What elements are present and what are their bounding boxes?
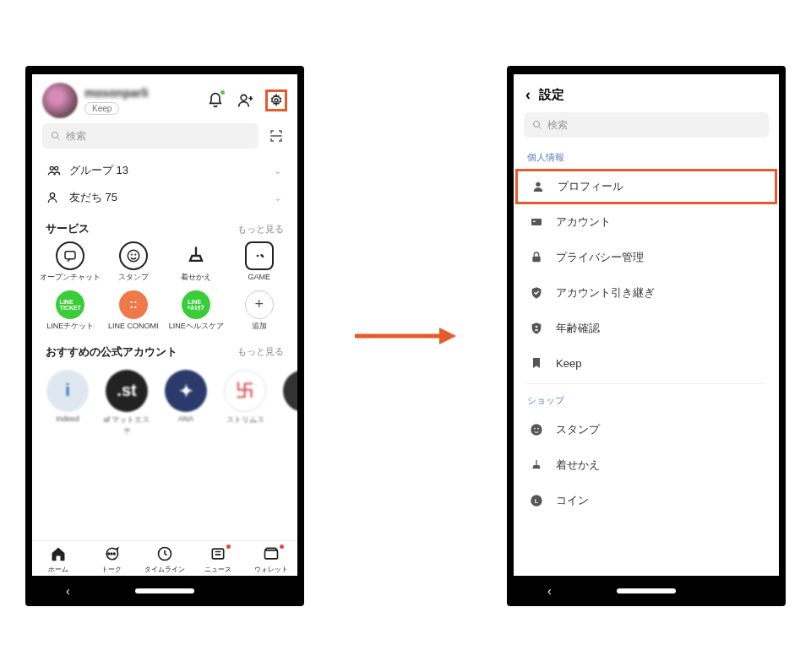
settings-item-keep[interactable]: Keep: [514, 346, 779, 380]
qr-scan-icon[interactable]: [265, 125, 287, 147]
service-label: LINE CONOMI: [108, 322, 159, 331]
service-label: スタンプ: [118, 274, 149, 282]
friends-label: 友だち 75: [69, 190, 117, 205]
chat-icon: [102, 545, 121, 563]
android-navbar: ‹: [514, 576, 779, 606]
service-theme[interactable]: 着せかえ: [165, 241, 228, 282]
tab-timeline[interactable]: タイムライン: [139, 545, 192, 574]
avatar[interactable]: [42, 83, 78, 118]
svg-point-11: [262, 256, 263, 257]
settings-item-profile[interactable]: プロフィール: [515, 169, 777, 204]
search-input[interactable]: 検索: [42, 123, 259, 149]
tab-news[interactable]: ニュース: [191, 545, 244, 574]
service-healthcare[interactable]: LINEﾍﾙｽｹｱ LINEヘルスケア: [165, 290, 228, 331]
settings-item-theme[interactable]: 着せかえ: [514, 447, 779, 483]
flow-arrow: [355, 323, 456, 349]
back-chevron-icon[interactable]: ‹: [525, 86, 531, 104]
conomi-icon: [119, 290, 148, 319]
android-navbar: ‹: [32, 576, 297, 606]
service-label: LINEチケット: [46, 322, 94, 331]
healthcare-icon: LINEﾍﾙｽｹｱ: [182, 290, 210, 319]
services-more-link[interactable]: もっと見る: [237, 223, 284, 236]
username: mosonparli: [84, 86, 198, 100]
group-icon: [47, 164, 61, 177]
person-icon: [531, 180, 546, 193]
account-item[interactable]: 卐ストリムス: [220, 370, 270, 436]
settings-item-age[interactable]: 年齢確認: [514, 311, 779, 346]
account-item[interactable]: iIndeed: [42, 370, 93, 436]
divider: [527, 383, 765, 384]
settings-item-label: プロフィール: [558, 179, 623, 194]
svg-point-14: [114, 553, 116, 555]
settings-search-placeholder: 検索: [547, 118, 568, 133]
nav-home-pill[interactable]: [135, 588, 194, 593]
add-friend-icon[interactable]: [235, 89, 257, 111]
tab-home[interactable]: ホーム: [32, 545, 85, 574]
openchat-icon: [56, 241, 84, 270]
section-personal-label: 個人情報: [514, 144, 779, 169]
search-row: 検索: [32, 123, 297, 157]
settings-item-label: アカウント引き継ぎ: [556, 285, 655, 301]
settings-gear-icon[interactable]: [265, 89, 287, 111]
shield-check-icon: [529, 286, 544, 300]
tab-wallet[interactable]: ウォレット: [244, 545, 297, 574]
brush-icon: [529, 458, 544, 472]
settings-search-input[interactable]: 検索: [524, 112, 769, 138]
settings-item-stamp[interactable]: スタンプ: [514, 412, 779, 447]
settings-title: 設定: [539, 87, 564, 103]
svg-point-20: [534, 122, 540, 127]
svg-text:L: L: [535, 497, 539, 505]
news-icon: [209, 545, 227, 563]
nav-back-icon[interactable]: ‹: [66, 584, 70, 598]
svg-rect-17: [264, 550, 277, 559]
account-item[interactable]: uu: [279, 370, 297, 436]
svg-rect-6: [65, 252, 75, 259]
service-label: GAME: [248, 274, 270, 282]
smile-icon: [119, 241, 148, 270]
settings-item-privacy[interactable]: プライバシー管理: [514, 240, 779, 275]
services-header: サービス もっと見る: [32, 211, 297, 241]
settings-item-account[interactable]: アカウント: [514, 204, 779, 240]
ticket-icon: LINETICKET: [56, 290, 84, 319]
service-label: オープンチャット: [40, 274, 101, 282]
plus-icon: +: [245, 290, 274, 319]
home-header: mosonparli Keep: [32, 74, 297, 123]
nav-home-pill[interactable]: [617, 588, 676, 593]
service-openchat[interactable]: オープンチャット: [39, 241, 102, 282]
svg-rect-24: [532, 257, 540, 263]
service-ticket[interactable]: LINETICKET LINEチケット: [39, 290, 102, 331]
nav-back-icon[interactable]: ‹: [547, 584, 552, 598]
chevron-down-icon: ⌄: [274, 165, 282, 176]
service-game[interactable]: GAME: [228, 241, 291, 282]
settings-item-label: Keep: [556, 357, 581, 370]
service-add[interactable]: + 追加: [228, 290, 291, 331]
accounts-more-link[interactable]: もっと見る: [237, 345, 284, 358]
phone-home: mosonparli Keep 検索: [25, 66, 304, 606]
groups-row[interactable]: グループ 13 ⌄: [32, 157, 297, 184]
phone-settings: ‹ 設定 検索 個人情報 プロフィール アカウント プライバシー管理 アカウント…: [507, 66, 786, 606]
tab-talk[interactable]: トーク: [85, 545, 139, 574]
service-stamp[interactable]: スタンプ: [102, 241, 166, 282]
settings-item-transfer[interactable]: アカウント引き継ぎ: [514, 275, 779, 311]
svg-point-25: [536, 326, 538, 328]
svg-point-1: [275, 99, 278, 102]
card-icon: [529, 215, 544, 229]
accounts-row[interactable]: iIndeed .staf マットエステ ✦ANA 卐ストリムス uu: [32, 365, 297, 436]
groups-label: グループ 13: [69, 163, 128, 178]
svg-point-12: [108, 553, 110, 555]
bell-icon[interactable]: [204, 89, 226, 111]
account-item[interactable]: .staf マットエステ: [101, 370, 152, 436]
chevron-down-icon: ⌄: [274, 192, 282, 203]
smile-icon: [529, 423, 544, 436]
settings-item-coin[interactable]: L コイン: [514, 483, 779, 518]
service-label: 着せかえ: [181, 274, 211, 282]
svg-point-26: [531, 424, 542, 435]
svg-point-27: [534, 428, 536, 430]
service-conomi[interactable]: LINE CONOMI: [102, 290, 166, 331]
settings-item-label: アカウント: [556, 214, 611, 230]
header-actions: [204, 89, 287, 111]
account-item[interactable]: ✦ANA: [161, 370, 211, 436]
keep-badge[interactable]: Keep: [84, 102, 119, 115]
wallet-icon: [262, 545, 280, 563]
friends-row[interactable]: 友だち 75 ⌄: [32, 184, 297, 211]
